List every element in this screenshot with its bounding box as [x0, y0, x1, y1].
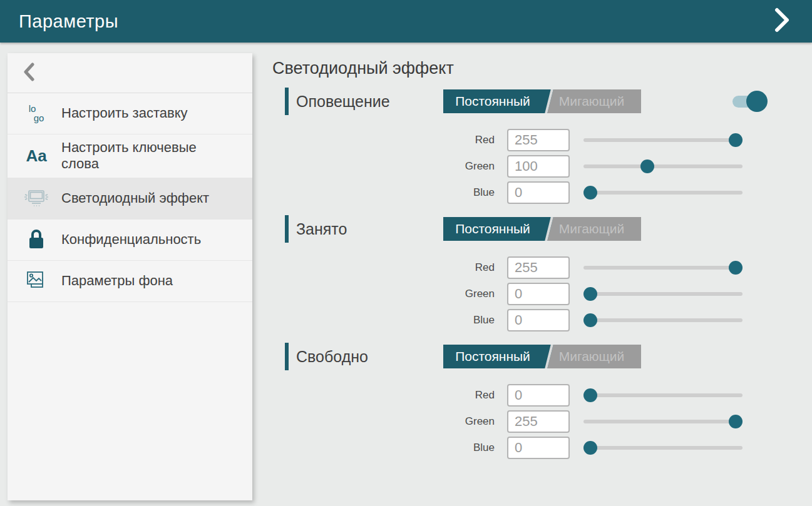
keywords-icon: Aa: [23, 146, 50, 166]
green-slider[interactable]: [583, 159, 743, 173]
slider-thumb[interactable]: [583, 313, 597, 327]
logo-icon: logo: [23, 104, 50, 123]
section-title: Оповещение: [296, 93, 443, 111]
mode-toggle-notification: Постоянный Мигающий: [443, 89, 641, 113]
sidebar-item-label: Параметры фона: [61, 273, 173, 289]
section-title: Занято: [296, 220, 443, 238]
green-input[interactable]: [507, 283, 570, 305]
sidebar-back-button[interactable]: [8, 53, 252, 93]
blue-slider[interactable]: [583, 441, 743, 455]
sidebar-item-label: Настроить заставку: [61, 105, 188, 121]
section-available: Свободно Постоянный Мигающий Red Green: [272, 342, 812, 458]
green-input[interactable]: [507, 410, 570, 433]
green-label: Green: [438, 288, 495, 300]
mode-toggle-available: Постоянный Мигающий: [443, 345, 641, 368]
green-slider[interactable]: [583, 287, 743, 301]
blue-label: Blue: [438, 314, 495, 326]
sidebar: logo Настроить заставку Aa Настроить клю…: [8, 53, 252, 500]
red-label: Red: [438, 134, 495, 146]
sidebar-item-label: Настроить ключевые слова: [61, 139, 218, 173]
led-display-icon: [23, 188, 50, 208]
section-accent-bar: [285, 88, 289, 115]
mode-option-solid[interactable]: Постоянный: [443, 217, 542, 241]
section-title: Свободно: [296, 348, 443, 366]
red-input[interactable]: [507, 129, 570, 151]
panel-title: Светодиодный эффект: [272, 59, 812, 78]
sidebar-item-background[interactable]: Параметры фона: [8, 261, 252, 302]
section-busy: Занято Постоянный Мигающий Red Green: [272, 215, 812, 331]
blue-label: Blue: [438, 442, 495, 454]
slider-thumb[interactable]: [583, 388, 597, 402]
slider-thumb[interactable]: [640, 159, 654, 173]
notification-led-switch[interactable]: [732, 91, 766, 112]
blue-input[interactable]: [507, 309, 570, 331]
mode-option-solid[interactable]: Постоянный: [443, 345, 542, 368]
mode-toggle-busy: Постоянный Мигающий: [443, 217, 641, 241]
mode-option-solid[interactable]: Постоянный: [443, 89, 542, 113]
mode-option-blinking[interactable]: Мигающий: [542, 89, 641, 113]
blue-slider[interactable]: [583, 186, 743, 200]
red-slider[interactable]: [583, 133, 743, 147]
chevron-right-icon: [773, 8, 791, 35]
section-accent-bar: [285, 343, 289, 370]
chevron-left-icon: [23, 63, 35, 84]
led-effect-panel: Светодиодный эффект Оповещение Постоянны…: [272, 43, 812, 506]
switch-thumb: [746, 91, 768, 112]
green-input[interactable]: [507, 155, 570, 178]
sidebar-item-label: Конфиденциальность: [61, 231, 201, 248]
blue-input[interactable]: [507, 437, 570, 459]
sidebar-item-led-effect[interactable]: Светодиодный эффект: [8, 178, 252, 220]
blue-slider[interactable]: [583, 313, 743, 327]
slider-thumb[interactable]: [583, 287, 597, 301]
blue-input[interactable]: [507, 181, 570, 204]
background-image-icon: [23, 270, 50, 291]
green-label: Green: [438, 415, 495, 428]
app-header: Параметры: [0, 0, 812, 43]
red-slider[interactable]: [583, 388, 743, 402]
blue-label: Blue: [438, 186, 495, 199]
slider-thumb[interactable]: [729, 261, 743, 275]
slider-thumb[interactable]: [729, 133, 743, 147]
collapse-panel-button[interactable]: [768, 8, 796, 35]
green-label: Green: [438, 160, 495, 173]
section-accent-bar: [285, 215, 289, 243]
green-slider[interactable]: [583, 415, 743, 428]
slider-thumb[interactable]: [583, 441, 597, 455]
section-notification: Оповещение Постоянный Мигающий Red Green: [272, 87, 812, 203]
mode-option-blinking[interactable]: Мигающий: [542, 345, 641, 368]
mode-option-blinking[interactable]: Мигающий: [542, 217, 641, 241]
red-label: Red: [438, 261, 495, 274]
sidebar-item-keywords[interactable]: Aa Настроить ключевые слова: [8, 134, 252, 178]
sidebar-item-privacy[interactable]: Конфиденциальность: [8, 220, 252, 261]
red-label: Red: [438, 389, 495, 402]
slider-thumb[interactable]: [729, 415, 743, 428]
lock-icon: [23, 229, 50, 250]
page-title: Параметры: [19, 11, 118, 32]
sidebar-item-label: Светодиодный эффект: [61, 190, 209, 206]
red-input[interactable]: [507, 256, 570, 279]
sidebar-item-screensaver[interactable]: logo Настроить заставку: [8, 93, 252, 134]
red-input[interactable]: [507, 384, 570, 407]
slider-thumb[interactable]: [583, 186, 597, 200]
red-slider[interactable]: [583, 261, 743, 275]
